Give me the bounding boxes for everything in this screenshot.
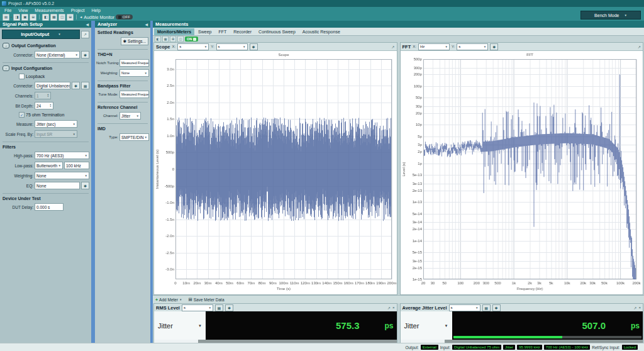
layout-4-icon[interactable]: ⊞ xyxy=(67,14,74,21)
tab-sweep[interactable]: Sweep xyxy=(195,28,214,35)
scope-panel: Scope X: s ▼ Y: s ▼ ✱ ↗ xyxy=(153,42,397,295)
bench-mode-select[interactable]: Bench Mode ▼ xyxy=(580,11,641,20)
avg-settings-icon[interactable]: ✱ xyxy=(492,304,501,311)
status-ref-badge: Locked xyxy=(622,345,638,350)
dut-delay-input[interactable]: 0.000 s xyxy=(35,203,64,211)
low-pass-freq-input[interactable]: 100 kHz xyxy=(64,162,89,169)
add-meter-button[interactable]: + Add Meter ▼ xyxy=(155,298,182,302)
popout-icon[interactable]: ↗ xyxy=(387,306,391,310)
audible-monitor-toggle[interactable]: OFF xyxy=(116,14,133,20)
bit-depth-stepper[interactable]: 24 ▲▼ xyxy=(35,102,53,109)
chevron-down-icon: ▼ xyxy=(445,45,447,48)
analyzer-weighting-select[interactable]: None ▼ xyxy=(119,69,149,77)
monitor-layout-2-icon[interactable]: ▦ xyxy=(162,36,169,42)
weighting-label: Weighting: xyxy=(96,71,118,75)
menu-file[interactable]: File xyxy=(4,8,11,13)
rms-channel-select[interactable]: Jitter ▼ xyxy=(154,311,206,340)
save-meter-data-button[interactable]: ▤ Save Meter Data xyxy=(189,297,225,302)
imd-type-select[interactable]: SMPTE/DIN ▼ xyxy=(119,133,149,141)
popout-icon[interactable]: ↗ xyxy=(633,306,636,310)
loopback-checkbox[interactable] xyxy=(19,74,25,79)
gear-icon: ✱ xyxy=(123,39,126,44)
eq-settings-icon[interactable]: ✱ xyxy=(81,182,89,189)
fft-y-unit-select[interactable]: s ▼ xyxy=(457,43,488,50)
fft-panel-title: FFT xyxy=(402,44,411,50)
tab-acoustic-response[interactable]: Acoustic Response xyxy=(299,28,343,35)
avg-unit-select[interactable]: s ▼ xyxy=(449,304,480,311)
fft-x-unit-select[interactable]: Hz ▼ xyxy=(418,43,450,50)
check-icon: ✓ xyxy=(20,113,23,117)
notch-tuning-select[interactable]: Measured Frequency ▼ xyxy=(119,59,149,67)
monitor-settings-icon[interactable]: ⊞ xyxy=(170,36,176,42)
monitor-on-toggle[interactable]: ON xyxy=(185,36,198,42)
settled-settings-button[interactable]: ✱ Settings... xyxy=(121,37,148,45)
layout-2-icon[interactable]: ▦ xyxy=(50,14,57,21)
measure-label: Measure: xyxy=(2,122,33,126)
pin-icon[interactable]: ◀ xyxy=(145,22,148,26)
avg-meter-bar-track xyxy=(453,336,642,338)
scope-x-unit-select[interactable]: s ▼ xyxy=(177,43,209,50)
popout-icon[interactable]: ↗ xyxy=(81,31,89,38)
input-connector-select[interactable]: Digital Unbalanced ▼ xyxy=(35,82,70,89)
fft-canvas[interactable] xyxy=(401,51,643,294)
input-config-heading: → Input Configuration xyxy=(3,62,89,71)
scale-freq-select[interactable]: Input SR ▼ xyxy=(35,130,77,138)
save-project-icon[interactable]: ▣ xyxy=(21,14,28,21)
tab-recorder[interactable]: Recorder xyxy=(230,28,255,35)
rms-display-style-icon[interactable]: ▦ xyxy=(215,304,223,311)
low-pass-select[interactable]: Butterworth ▼ xyxy=(35,162,63,169)
menu-help[interactable]: Help xyxy=(91,8,100,13)
low-pass-label: Low-pass: xyxy=(2,164,33,168)
weighting-select[interactable]: None ▼ xyxy=(35,172,89,179)
tab-fft[interactable]: FFT xyxy=(215,28,230,35)
avg-channel-select[interactable]: Jitter ▼ xyxy=(401,311,452,340)
output-settings-icon[interactable]: ✱ xyxy=(81,51,89,58)
menu-measurements[interactable]: Measurements xyxy=(35,8,64,13)
layout-1-icon[interactable]: ◧ xyxy=(42,14,49,21)
eq-field[interactable]: None xyxy=(35,182,80,189)
project-settings-icon[interactable]: ⊞ xyxy=(30,14,36,21)
tab-monitors-meters[interactable]: Monitors/Meters xyxy=(154,28,194,35)
rms-unit-select[interactable]: s ▼ xyxy=(182,304,213,311)
open-project-icon[interactable]: ◨ xyxy=(13,14,20,21)
menu-project[interactable]: Project xyxy=(71,8,85,13)
tune-mode-select[interactable]: Measured Frequency ▼ xyxy=(119,91,149,98)
tab-continuous-sweep[interactable]: Continuous Sweep xyxy=(255,28,299,35)
popout-icon[interactable]: ↗ xyxy=(638,45,641,49)
rms-level-meter: RMS Level s ▼ ▦ ✱ ↗ × Jitter xyxy=(153,303,397,343)
new-project-caret-icon[interactable]: ▾ xyxy=(11,16,12,19)
meter-toolbar: + Add Meter ▼ ▤ Save Meter Data xyxy=(153,295,644,303)
new-project-icon[interactable]: ▤ xyxy=(3,14,9,21)
scope-canvas[interactable] xyxy=(154,51,397,294)
scope-chart-body xyxy=(154,51,397,294)
chevron-down-icon: ▼ xyxy=(58,164,61,167)
input-settings-icon[interactable]: ✱ xyxy=(72,82,80,89)
signal-path-selector[interactable]: Input/Output ▼ xyxy=(2,30,80,39)
popout-icon[interactable]: ↗ xyxy=(391,45,394,49)
output-connector-select[interactable]: None (External) ▼ xyxy=(35,51,80,58)
termination-checkbox[interactable]: ✓ xyxy=(19,112,25,118)
rms-settings-icon[interactable]: ✱ xyxy=(225,304,233,311)
reference-channel-select[interactable]: Jitter ▼ xyxy=(119,112,141,120)
high-pass-select[interactable]: 700 Hz (AES3) ▼ xyxy=(35,152,89,159)
menu-view[interactable]: View xyxy=(18,8,28,13)
scope-settings-icon[interactable]: ✱ xyxy=(250,43,258,50)
monitor-layout-3-icon[interactable]: ◫ xyxy=(177,36,184,42)
scope-y-unit-select[interactable]: s ▼ xyxy=(216,43,248,50)
close-icon[interactable]: × xyxy=(638,306,641,309)
chevron-down-icon: ▼ xyxy=(73,123,75,126)
notch-tuning-label: Notch Tuning: xyxy=(96,61,118,65)
scale-freq-label: Scale Freq. By: xyxy=(2,132,33,136)
avg-display-style-icon[interactable]: ▦ xyxy=(482,304,491,311)
monitor-layout-1-icon[interactable]: ◧ xyxy=(155,36,161,42)
fft-settings-icon[interactable]: ✱ xyxy=(490,43,498,50)
channels-stepper[interactable]: 1 ▲▼ xyxy=(35,92,51,99)
input-grid-icon[interactable]: ▦ xyxy=(81,82,89,89)
pin-icon[interactable]: ◀ xyxy=(86,22,89,26)
chevron-down-icon: ▼ xyxy=(624,14,626,17)
layout-3-icon[interactable]: ◫ xyxy=(58,14,65,21)
status-rate-badge: 95.9993 kHz xyxy=(517,345,542,350)
measurements-title: Measurements xyxy=(155,21,189,27)
close-icon[interactable]: × xyxy=(392,306,395,309)
measure-select[interactable]: Jitter (sec) ▼ xyxy=(35,120,77,128)
